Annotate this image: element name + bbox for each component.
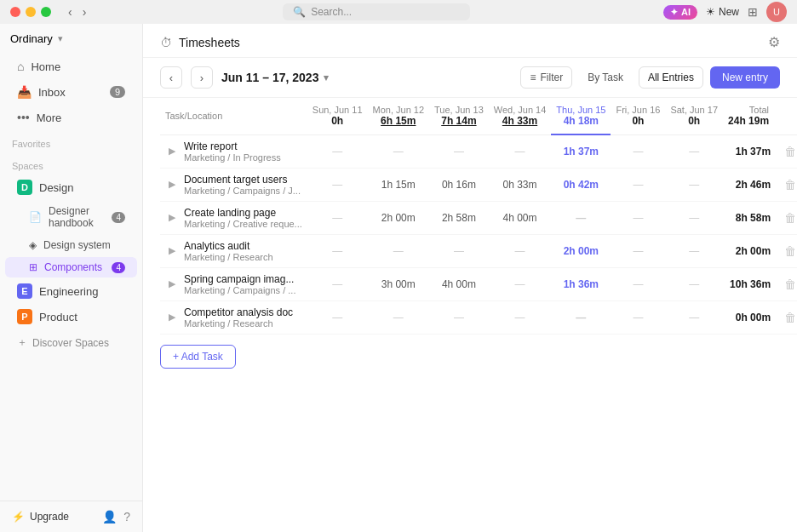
delete-button[interactable]: 🗑 (779, 309, 797, 326)
minimize-dot (26, 7, 36, 17)
plus-icon: ＋ (17, 335, 27, 350)
inbox-icon: 📥 (17, 85, 32, 99)
back-button[interactable]: ‹ (65, 5, 76, 19)
doc-icon: 📄 (29, 211, 42, 223)
delete-button[interactable]: 🗑 (779, 143, 797, 160)
settings-icon[interactable]: ⚙ (768, 34, 780, 50)
task-name: Create landing page (184, 207, 302, 219)
tue-cell: — (429, 300, 489, 334)
new-button[interactable]: ☀ New (706, 6, 739, 18)
titlebar-right: ✦ AI ☀ New ⊞ U (663, 2, 787, 22)
thu-cell: 2h 00m (551, 234, 611, 267)
sidebar-item-inbox[interactable]: 📥 Inbox 9 (5, 80, 137, 104)
ai-badge: ✦ AI (663, 5, 697, 20)
sun-cell: — (307, 134, 368, 168)
delete-button[interactable]: 🗑 (779, 176, 797, 193)
components-icon: ⊞ (29, 261, 37, 273)
sub-item-components[interactable]: ⊞ Components 4 (5, 257, 137, 277)
avatar[interactable]: U (766, 2, 787, 22)
space-item-engineering[interactable]: E Engineering (5, 279, 137, 303)
next-week-button[interactable]: › (191, 66, 213, 89)
expand-icon[interactable]: ▶ (165, 210, 179, 225)
sidebar-item-more[interactable]: ••• More (5, 106, 137, 129)
lightning-icon: ⚡ (12, 511, 25, 523)
delete-button[interactable]: 🗑 (779, 243, 797, 260)
expand-icon[interactable]: ▶ (165, 277, 179, 291)
by-task-button[interactable]: By Task (579, 67, 632, 88)
task-name: Write report (184, 140, 281, 152)
expand-icon[interactable]: ▶ (165, 144, 179, 158)
delete-button[interactable]: 🗑 (779, 209, 797, 226)
task-name: Spring campaign imag... (184, 273, 295, 285)
expand-icon[interactable]: ▶ (165, 243, 179, 258)
discover-spaces[interactable]: ＋ Discover Spaces (5, 330, 137, 355)
table-row: ▶ Document target users Marketing / Camp… (160, 168, 797, 201)
toolbar-left: ‹ › Jun 11 – 17, 2023 ▾ (160, 66, 329, 89)
wed-cell: 4h 00m (489, 201, 552, 234)
all-entries-button[interactable]: All Entries (639, 66, 703, 89)
fri-cell: — (611, 201, 665, 234)
home-icon: ⌂ (17, 60, 24, 73)
sun-icon: ☀ (706, 6, 715, 18)
search-bar[interactable]: 🔍 Search... (283, 3, 470, 20)
total-cell: 2h 46m (723, 168, 774, 201)
sun-cell: — (307, 267, 368, 300)
expand-icon[interactable]: ▶ (165, 177, 179, 192)
col-sat-header: Sat, Jun 17 0h (665, 98, 723, 134)
window-controls (10, 7, 51, 17)
sun-cell: — (307, 300, 368, 334)
filter-button[interactable]: ≡ Filter (520, 66, 572, 89)
wed-cell: — (489, 300, 552, 334)
col-tue-header: Tue, Jun 13 7h 14m (429, 98, 489, 134)
col-fri-header: Fri, Jun 16 0h (611, 98, 665, 134)
favorites-label: Favorites (0, 130, 142, 152)
workspace-chevron: ▾ (58, 33, 63, 44)
toolbar-right: ≡ Filter By Task All Entries New entry (520, 66, 780, 89)
timesheets-icon: ⏱ (160, 36, 172, 49)
date-range[interactable]: Jun 11 – 17, 2023 ▾ (221, 71, 329, 84)
task-location: Marketing / Research (184, 252, 273, 262)
task-cell: ▶ Analytics audit Marketing / Research (160, 234, 307, 267)
help-icon[interactable]: ? (123, 510, 130, 523)
wed-cell: — (489, 134, 552, 168)
thu-cell: — (551, 300, 611, 334)
add-task-button[interactable]: + Add Task (160, 345, 236, 369)
search-area: 🔍 Search... (96, 3, 657, 20)
sat-cell: — (665, 134, 723, 168)
mon-cell: 2h 00m (368, 201, 430, 234)
spaces-label: Spaces (0, 152, 142, 174)
total-cell: 10h 36m (723, 267, 774, 300)
task-name: Analytics audit (184, 240, 273, 252)
upgrade-button[interactable]: ⚡ Upgrade (12, 511, 94, 523)
delete-cell: 🗑 (774, 267, 797, 300)
sidebar-item-home[interactable]: ⌂ Home (5, 54, 137, 78)
table-header-row: Task/Location Sun, Jun 11 0h Mon, Jun 12… (160, 98, 797, 134)
forward-button[interactable]: › (79, 5, 90, 19)
space-item-product[interactable]: P Product (5, 305, 137, 329)
search-icon: 🔍 (293, 6, 306, 18)
page-title: Timesheets (179, 36, 240, 49)
space-item-design[interactable]: D Design (5, 175, 137, 199)
sub-item-designer-handbook[interactable]: 📄 Designer handbook 4 (5, 201, 137, 233)
task-location: Marketing / Research (184, 318, 293, 329)
sub-item-design-system[interactable]: ◈ Design system (5, 235, 137, 255)
filter-icon: ≡ (530, 72, 536, 83)
user-icon[interactable]: 👤 (102, 510, 117, 523)
grid-icon[interactable]: ⊞ (748, 5, 758, 19)
delete-cell: 🗑 (774, 234, 797, 267)
delete-button[interactable]: 🗑 (779, 276, 797, 293)
prev-week-button[interactable]: ‹ (160, 66, 182, 89)
col-sun-header: Sun, Jun 11 0h (307, 98, 368, 134)
wed-cell: — (489, 234, 552, 267)
workspace-header[interactable]: Ordinary ▾ (0, 24, 142, 54)
sat-cell: — (665, 168, 723, 201)
thu-cell: — (551, 201, 611, 234)
footer-icons: 👤 ? (102, 510, 130, 523)
components-badge: 4 (112, 262, 125, 273)
expand-icon[interactable]: ▶ (165, 310, 179, 324)
wed-cell: — (489, 267, 552, 300)
total-cell: 1h 37m (723, 134, 774, 168)
new-entry-button[interactable]: New entry (710, 66, 780, 89)
handbook-badge: 4 (112, 212, 125, 223)
sidebar-footer: ⚡ Upgrade 👤 ? (0, 501, 142, 532)
